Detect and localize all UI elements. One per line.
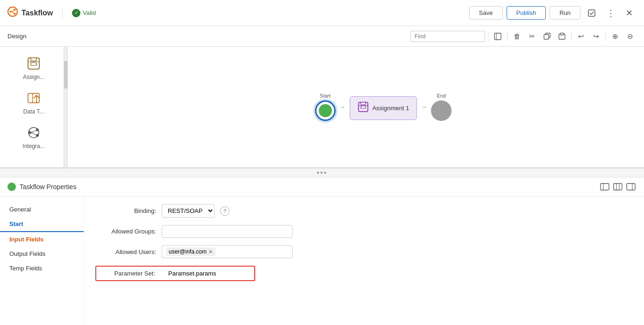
svg-point-22 — [36, 128, 39, 131]
allowed-users-label: Allowed Users: — [95, 248, 156, 255]
resize-dots: ••• — [317, 169, 328, 177]
cut-icon[interactable]: ✂ — [525, 30, 538, 43]
zoom-in-icon[interactable]: ⊕ — [608, 30, 622, 43]
app-logo: Taskflow — [7, 7, 53, 19]
close-icon[interactable]: ✕ — [622, 6, 637, 21]
top-bar-actions: Save Publish Run ⋮ ✕ — [469, 6, 637, 21]
svg-rect-6 — [588, 10, 595, 16]
top-bar: Taskflow ✓ Valid Save Publish Run ⋮ ✕ — [0, 0, 644, 26]
binding-help-icon[interactable]: ? — [220, 206, 229, 216]
redo-icon[interactable]: ↪ — [589, 30, 602, 43]
user-tag-text: user@infa.com — [169, 248, 207, 255]
find-input[interactable] — [410, 31, 485, 42]
undo-icon[interactable]: ↩ — [574, 30, 587, 43]
svg-point-1 — [10, 11, 12, 13]
design-toolbar: 🗑 ✂ ↩ ↪ ⊕ ⊖ — [410, 30, 637, 43]
more-options-icon[interactable]: ⋮ — [603, 6, 618, 21]
svg-rect-7 — [494, 33, 501, 40]
svg-line-4 — [12, 10, 14, 12]
allowed-groups-row: Allowed Groups: — [95, 225, 633, 238]
divider — [62, 7, 63, 20]
copy-icon[interactable] — [540, 30, 553, 43]
end-node[interactable] — [431, 100, 451, 121]
nav-output-fields[interactable]: Output Fields — [0, 247, 84, 261]
svg-line-5 — [12, 12, 14, 13]
properties-header: Taskflow Properties — [0, 177, 644, 197]
data-icon — [25, 90, 42, 106]
binding-row: Binding: REST/SOAP ? — [95, 204, 633, 218]
run-button[interactable]: Run — [550, 6, 580, 20]
delete-icon[interactable]: 🗑 — [510, 30, 523, 43]
valid-icon: ✓ — [72, 9, 80, 17]
end-node-group: End — [431, 93, 451, 121]
allowed-users-row: Allowed Users: user@infa.com ✕ — [95, 245, 633, 258]
allowed-groups-input[interactable] — [162, 225, 293, 238]
integra-icon — [25, 124, 42, 141]
svg-rect-18 — [28, 93, 33, 103]
sidebar-scrollbar-thumb — [64, 61, 68, 89]
integra-label: Integra... — [22, 143, 44, 149]
allowed-users-input[interactable]: user@infa.com ✕ — [162, 245, 293, 258]
canvas[interactable]: Start → — [68, 47, 644, 167]
sidebar-scrollbar[interactable] — [64, 47, 67, 167]
logo-icon — [7, 7, 18, 19]
assign-label: Assign... — [23, 74, 44, 80]
start-node-inner — [319, 104, 332, 117]
zoom-out-icon[interactable]: ⊖ — [623, 30, 637, 43]
param-set-label: Parameter Set: — [100, 270, 161, 277]
valid-label: Valid — [83, 9, 96, 16]
svg-rect-10 — [544, 35, 549, 39]
layout-center-icon[interactable] — [612, 181, 623, 192]
nav-temp-fields[interactable]: Temp Fields — [0, 261, 84, 276]
layout-left-icon[interactable] — [599, 181, 610, 192]
start-node[interactable] — [315, 100, 336, 121]
app-name: Taskflow — [21, 9, 53, 17]
properties-icons — [599, 181, 637, 192]
sidebar-item-data[interactable]: Data T... — [6, 86, 62, 119]
svg-point-23 — [36, 134, 39, 137]
tag-close-icon[interactable]: ✕ — [208, 249, 213, 255]
param-set-highlighted-row: Parameter Set: — [95, 266, 255, 281]
sep4 — [605, 32, 606, 41]
user-tag[interactable]: user@infa.com ✕ — [166, 247, 215, 256]
start-node-group: Start — [315, 93, 336, 121]
design-bar: Design 🗑 ✂ ↩ ↪ ⊕ ⊖ — [0, 26, 644, 47]
svg-point-2 — [14, 9, 15, 11]
svg-rect-14 — [31, 58, 36, 61]
properties-title: Taskflow Properties — [20, 183, 76, 191]
resize-handle[interactable]: ••• — [0, 168, 644, 177]
sep3 — [571, 32, 572, 41]
svg-point-21 — [29, 131, 31, 134]
properties-panel: Taskflow Properties General Start Input … — [0, 177, 644, 325]
param-set-input[interactable] — [165, 268, 250, 279]
assignment-node-label: Assignment 1 — [372, 105, 409, 112]
sidebar-item-integra[interactable]: Integra... — [6, 120, 62, 153]
sidebar-item-assign[interactable]: Assign... — [6, 51, 62, 84]
arrow-2: → — [421, 103, 427, 111]
param-set-row: Parameter Set: — [95, 266, 633, 281]
nav-start[interactable]: Start — [0, 217, 84, 232]
svg-rect-15 — [31, 63, 36, 65]
svg-line-25 — [31, 133, 36, 135]
publish-button[interactable]: Publish — [507, 6, 546, 20]
svg-rect-30 — [601, 184, 609, 190]
nav-input-fields[interactable]: Input Fields — [0, 232, 84, 247]
checklist-icon[interactable] — [584, 6, 599, 21]
assign-icon — [25, 55, 42, 72]
binding-select[interactable]: REST/SOAP — [162, 204, 215, 218]
fit-to-page-icon[interactable] — [491, 30, 504, 43]
assignment-node[interactable]: Assignment 1 — [350, 96, 417, 120]
svg-point-0 — [8, 7, 17, 16]
start-label: Start — [320, 93, 330, 99]
paste-icon[interactable] — [555, 30, 568, 43]
svg-rect-32 — [614, 184, 622, 190]
end-label: End — [437, 93, 446, 99]
prop-nav: General Start Input Fields Output Fields… — [0, 197, 84, 325]
layout-right-icon[interactable] — [625, 181, 637, 192]
assignment-node-icon — [358, 101, 369, 115]
arrow-1: → — [339, 103, 346, 111]
prop-green-dot — [7, 183, 16, 191]
nav-general[interactable]: General — [0, 202, 84, 217]
svg-line-24 — [31, 131, 36, 133]
save-button[interactable]: Save — [469, 6, 503, 20]
